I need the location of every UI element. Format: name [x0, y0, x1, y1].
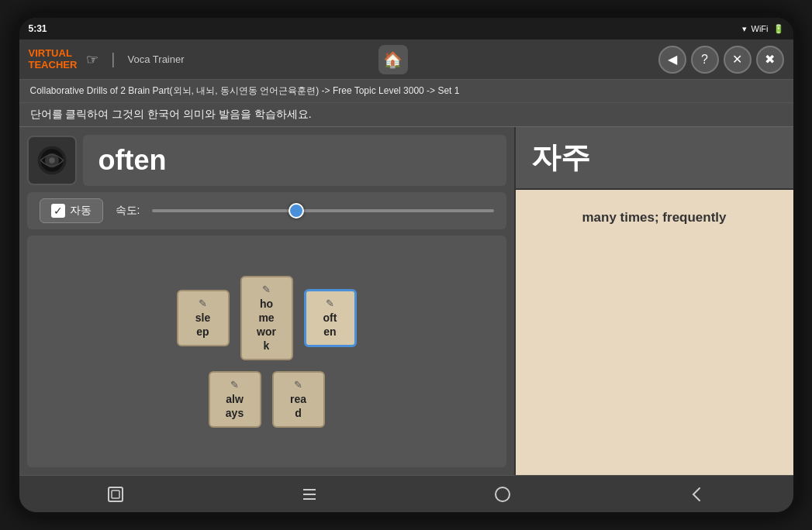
- home-button-spacer: 🏠: [378, 45, 408, 74]
- back-nav-button[interactable]: ◀: [658, 46, 686, 74]
- brand-subtitle: Voca Trainer: [128, 53, 185, 65]
- card-text-read: read: [290, 393, 306, 419]
- right-panel: 자주 many times; frequently: [514, 127, 793, 475]
- speed-label: 속도:: [116, 204, 140, 218]
- auto-label: 자동: [70, 204, 92, 218]
- svg-rect-5: [112, 490, 119, 498]
- cards-row-1: ✎ sleep ✎ homework ✎ often: [177, 276, 357, 360]
- card-text-sleep: sleep: [195, 311, 210, 338]
- nav-right: ◀ ? ✕ ✖: [658, 46, 784, 74]
- korean-word: 자주: [531, 138, 590, 177]
- word-box: often: [83, 135, 506, 186]
- korean-word-box: 자주: [516, 127, 793, 190]
- instructions-bar: 단어를 클릭하여 그것의 한국어 의미와 발음을 학습하세요.: [19, 103, 793, 127]
- cards-row-2: ✎ always ✎ read: [209, 371, 325, 428]
- bottom-nav-recents[interactable]: [286, 480, 333, 508]
- bottom-nav-home[interactable]: [479, 480, 526, 508]
- nav-bar: VIRTUAL TEACHER ☞ | Voca Trainer 🏠 ◀ ? ✕…: [19, 40, 793, 80]
- breadcrumb-text: Collaborative Drills of 2 Brain Part(외뇌,…: [30, 85, 460, 96]
- bottom-nav: [19, 475, 793, 512]
- word-card-always[interactable]: ✎ always: [209, 371, 261, 428]
- home-button[interactable]: 🏠: [378, 45, 408, 74]
- brand-teacher-text: TEACHER: [29, 60, 78, 71]
- card-text-always: always: [226, 393, 244, 419]
- speed-slider[interactable]: [152, 209, 493, 212]
- speaker-icon: [35, 143, 69, 177]
- word-card-read[interactable]: ✎ read: [272, 371, 325, 428]
- card-icon-sleep: ✎: [186, 298, 220, 309]
- nav-left: VIRTUAL TEACHER ☞ | Voca Trainer 🏠: [29, 45, 408, 74]
- speaker-button[interactable]: [27, 136, 77, 185]
- brand-logo: VIRTUAL TEACHER: [29, 48, 78, 71]
- status-icons: ▾ WiFi 🔋: [742, 24, 784, 34]
- card-icon-always: ✎: [218, 379, 252, 391]
- card-icon-read: ✎: [282, 379, 316, 391]
- svg-point-3: [49, 157, 54, 163]
- definition-text: many times; frequently: [582, 205, 726, 225]
- breadcrumb: Collaborative Drills of 2 Brain Part(외뇌,…: [19, 80, 793, 103]
- auto-button[interactable]: ✓ 자동: [40, 198, 103, 223]
- card-icon-often: ✎: [314, 298, 347, 309]
- svg-point-9: [496, 487, 510, 501]
- brand-divider: |: [111, 50, 115, 68]
- word-display-row: often: [27, 135, 506, 186]
- card-text-often: often: [323, 311, 337, 338]
- instructions-text: 단어를 클릭하여 그것의 한국어 의미와 발음을 학습하세요.: [30, 108, 312, 120]
- brand-hand-icon: ☞: [86, 51, 98, 68]
- definition-box: many times; frequently: [516, 190, 793, 475]
- cards-area: ✎ sleep ✎ homework ✎ often ✎: [27, 236, 506, 467]
- auto-checkbox[interactable]: ✓: [51, 204, 65, 218]
- bottom-nav-screenshot[interactable]: [92, 480, 139, 508]
- bottom-nav-back[interactable]: [673, 480, 720, 508]
- help-button[interactable]: ?: [691, 46, 719, 74]
- word-card-often[interactable]: ✎ often: [304, 289, 357, 347]
- main-content: often ✓ 자동 속도: ✎ sl: [19, 127, 793, 475]
- status-bar: 5:31 ▾ WiFi 🔋: [19, 18, 793, 40]
- left-panel: often ✓ 자동 속도: ✎ sl: [19, 127, 514, 475]
- slider-thumb[interactable]: [289, 203, 304, 219]
- tablet-frame: 5:31 ▾ WiFi 🔋 VIRTUAL TEACHER ☞ | Voca T…: [15, 13, 798, 517]
- card-text-homework: homework: [257, 298, 276, 352]
- status-time: 5:31: [29, 23, 47, 34]
- word-card-homework[interactable]: ✎ homework: [240, 276, 293, 360]
- card-icon-homework: ✎: [250, 284, 284, 295]
- brand-virtual-text: VIRTUAL: [29, 48, 78, 59]
- main-word: often: [98, 144, 167, 177]
- settings-button[interactable]: ✕: [724, 46, 752, 74]
- svg-rect-4: [109, 487, 123, 501]
- controls-row: ✓ 자동 속도:: [27, 192, 506, 229]
- close-button[interactable]: ✖: [756, 46, 784, 74]
- word-card-sleep[interactable]: ✎ sleep: [177, 290, 230, 346]
